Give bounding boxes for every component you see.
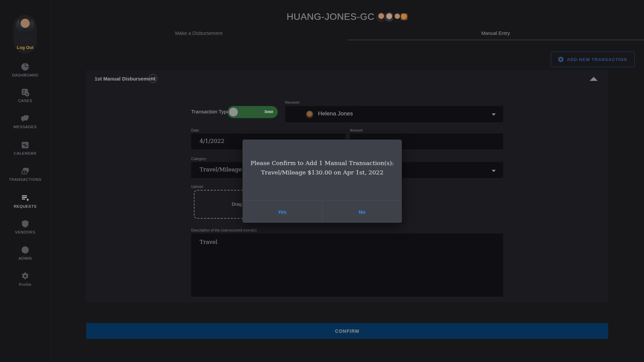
dialog-message-line2: Travel/Mileage $130.00 on Apr 1st, 2022	[243, 169, 402, 176]
description-textarea[interactable]: Travel	[191, 234, 503, 297]
logout-button[interactable]: Log Out	[13, 15, 37, 54]
confirm-button[interactable]: CONFIRM	[86, 323, 608, 339]
person-circle-icon	[21, 246, 30, 254]
header: HUANG-JONES-GC	[50, 10, 644, 23]
no-button[interactable]: No	[322, 201, 402, 223]
member-avatars	[378, 12, 408, 22]
transaction-type-value: Debit	[265, 106, 273, 118]
add-new-transaction-label: ADD NEW TRANSACTION	[567, 57, 627, 62]
transaction-type-label: Transaction Type	[191, 109, 229, 114]
card-title: 1st Manual Disbursement	[95, 76, 156, 82]
transactions-icon	[21, 167, 30, 175]
logout-label: Log Out	[13, 45, 37, 50]
tab-manual-entry[interactable]: Manual Entry	[347, 27, 644, 40]
sidebar-item-requests[interactable]: REQUESTS	[0, 194, 50, 208]
calendar-icon	[21, 141, 30, 149]
collapse-arrow-icon[interactable]	[590, 77, 598, 81]
category-value: Travel/Mileage	[200, 166, 242, 173]
upload-label: Upload	[191, 185, 203, 189]
sidebar: Log Out DASHBOARD CASES MESSAGES	[0, 0, 50, 362]
user-avatar	[16, 17, 34, 35]
receiver-select[interactable]: Helena Jones	[285, 106, 503, 123]
confirm-dialog: Please Confirm to Add 1 Manual Transacti…	[243, 140, 402, 223]
sidebar-item-label: REQUESTS	[0, 204, 50, 208]
tab-make-a-disbursement[interactable]: Make a Disbursement	[50, 27, 347, 40]
toggle-knob	[229, 108, 238, 116]
sidebar-item-transactions[interactable]: TRANSACTIONS	[0, 167, 50, 182]
tab-bar: Make a Disbursement Manual Entry	[50, 27, 644, 40]
gear-icon	[21, 272, 30, 280]
close-icon[interactable]	[149, 74, 157, 83]
yes-button[interactable]: Yes	[243, 201, 322, 223]
cases-checklist-icon	[21, 88, 30, 97]
sidebar-item-label: ADMIN	[0, 256, 50, 260]
sidebar-item-profile[interactable]: Profile	[0, 272, 50, 287]
receiver-label: Receiver	[285, 100, 300, 104]
chevron-down-icon	[492, 113, 496, 116]
sidebar-item-admin[interactable]: ADMIN	[0, 246, 50, 260]
chat-bubbles-icon	[21, 114, 30, 123]
sidebar-item-calendar[interactable]: CALENDAR	[0, 141, 50, 155]
sidebar-item-cases[interactable]: CASES	[0, 88, 50, 103]
list-add-icon	[21, 194, 30, 202]
sidebar-item-label: CASES	[0, 99, 50, 103]
page-title: HUANG-JONES-GC	[286, 11, 374, 22]
description-label: Description of the cost-incurred event(s…	[191, 228, 257, 232]
sidebar-item-dashboard[interactable]: DASHBOARD	[0, 62, 50, 77]
member-avatar-4	[400, 13, 408, 20]
plus-circle-icon	[558, 57, 564, 62]
add-new-transaction-button[interactable]: ADD NEW TRANSACTION	[551, 52, 635, 67]
transaction-type-toggle[interactable]: Debit	[227, 106, 278, 118]
sidebar-item-label: MESSAGES	[0, 125, 50, 129]
sidebar-item-label: TRANSACTIONS	[0, 177, 50, 182]
sidebar-item-label: DASHBOARD	[0, 73, 50, 77]
date-label: Date	[191, 128, 199, 132]
sidebar-item-label: CALENDAR	[0, 151, 50, 155]
chevron-down-icon	[492, 170, 496, 172]
receiver-avatar	[306, 111, 313, 118]
sidebar-item-label: Profile	[0, 282, 50, 287]
pie-chart-icon	[21, 62, 30, 71]
active-tab-indicator	[347, 40, 644, 40]
app-root: Log Out DASHBOARD CASES MESSAGES	[0, 0, 644, 362]
category-label: Category	[191, 157, 206, 161]
shield-icon	[21, 219, 30, 228]
date-value: 4/1/2022	[200, 138, 224, 144]
receiver-value: Helena Jones	[318, 110, 353, 117]
dialog-actions: Yes No	[243, 200, 402, 223]
sidebar-item-messages[interactable]: MESSAGES	[0, 114, 50, 129]
dialog-message-line1: Please Confirm to Add 1 Manual Transacti…	[243, 160, 402, 166]
sidebar-item-vendors[interactable]: VENDORS	[0, 219, 50, 234]
sidebar-item-label: VENDORS	[0, 230, 50, 234]
amount-label: Amount	[350, 128, 363, 132]
description-value: Travel	[200, 239, 217, 245]
